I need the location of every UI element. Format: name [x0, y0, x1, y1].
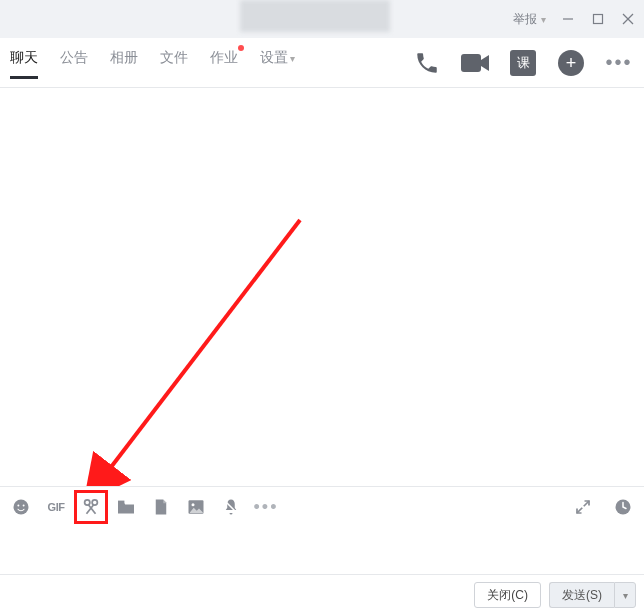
report-button[interactable]: 举报 ▾	[513, 11, 546, 28]
tencent-doc-button[interactable]	[150, 496, 172, 518]
video-call-button[interactable]	[460, 48, 490, 78]
report-label: 举报	[513, 11, 537, 28]
svg-point-13	[192, 503, 195, 506]
svg-rect-4	[461, 54, 481, 72]
screenshot-button[interactable]	[80, 496, 102, 518]
tab-album[interactable]: 相册	[110, 49, 138, 79]
tab-chat[interactable]: 聊天	[10, 49, 38, 79]
svg-point-8	[23, 505, 25, 507]
tab-files[interactable]: 文件	[160, 49, 188, 79]
svg-point-6	[14, 500, 29, 515]
more-icon: •••	[605, 51, 632, 74]
send-button[interactable]: 发送(S)	[549, 582, 614, 608]
image-button[interactable]	[185, 496, 207, 518]
toolbar-more-button[interactable]: •••	[255, 496, 277, 518]
send-dropdown-button[interactable]: ▾	[614, 582, 636, 608]
tab-settings[interactable]: 设置▾	[260, 49, 295, 79]
send-group: 发送(S) ▾	[549, 582, 636, 608]
tab-homework[interactable]: 作业	[210, 49, 238, 79]
gif-button[interactable]: GIF	[45, 496, 67, 518]
emoji-button[interactable]	[10, 496, 32, 518]
chat-content	[0, 89, 644, 486]
input-toolbar: GIF •••	[0, 486, 644, 574]
message-input[interactable]	[10, 523, 634, 570]
svg-rect-1	[594, 15, 603, 24]
chevron-down-icon: ▾	[541, 14, 546, 25]
chevron-down-icon: ▾	[290, 53, 295, 64]
footer: 关闭(C) 发送(S) ▾	[0, 574, 644, 615]
main-tabs: 聊天 公告 相册 文件 作业 设置▾ 课 + •••	[0, 38, 644, 88]
gif-label: GIF	[48, 501, 65, 513]
svg-point-7	[17, 505, 19, 507]
file-button[interactable]	[115, 496, 137, 518]
more-button[interactable]: •••	[604, 48, 634, 78]
chevron-down-icon: ▾	[623, 590, 628, 601]
close-chat-button[interactable]: 关闭(C)	[474, 582, 541, 608]
mute-button[interactable]	[220, 496, 242, 518]
plus-icon: +	[558, 50, 584, 76]
history-button[interactable]	[612, 496, 634, 518]
tab-announcement[interactable]: 公告	[60, 49, 88, 79]
title-blur	[240, 0, 390, 32]
add-button[interactable]: +	[556, 48, 586, 78]
close-button[interactable]	[620, 11, 636, 27]
title-bar: 举报 ▾	[0, 0, 644, 38]
svg-rect-11	[118, 501, 124, 504]
course-badge: 课	[510, 50, 536, 76]
maximize-button[interactable]	[590, 11, 606, 27]
expand-button[interactable]	[572, 496, 594, 518]
minimize-button[interactable]	[560, 11, 576, 27]
voice-call-button[interactable]	[412, 48, 442, 78]
course-button[interactable]: 课	[508, 48, 538, 78]
